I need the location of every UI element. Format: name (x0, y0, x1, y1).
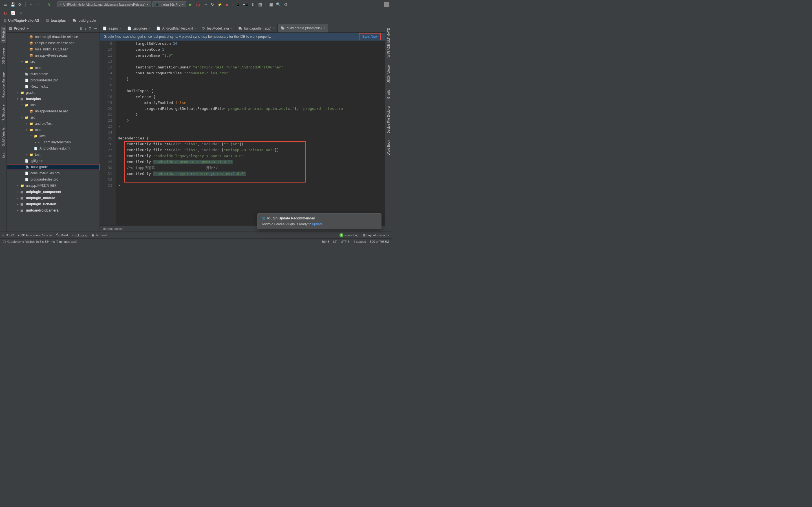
build-icon[interactable]: ⤋ (46, 1, 52, 8)
tree-item-src[interactable]: ▾📁src (7, 59, 100, 65)
tree-item-androidmanifest-xml[interactable]: 📄AndroidManifest.xml (7, 145, 100, 152)
tree-item-android-gif-drawable-release[interactable]: 📦android-gif-drawable-release (7, 34, 100, 40)
save-icon[interactable]: 💾 (10, 1, 16, 8)
debug-icon[interactable]: 🐞 (195, 1, 201, 8)
close-icon[interactable]: × (323, 26, 325, 30)
run-icon[interactable]: ▶ (188, 1, 194, 8)
rail-project[interactable]: 1: Project (1, 26, 6, 43)
capture-icon[interactable]: ▣ (268, 1, 274, 8)
event-log-button[interactable]: 1Event Log (340, 233, 359, 237)
tree-item--gitignore[interactable]: 📄.gitignore (7, 158, 100, 164)
rail-gradle[interactable]: Gradle (386, 88, 391, 101)
tree-item-test[interactable]: ▸📁test (7, 152, 100, 158)
sync-now-button[interactable]: Sync Now (359, 33, 381, 40)
tree-item-build-gradle[interactable]: 🐘build.gradle (7, 71, 100, 77)
close-icon[interactable]: × (231, 27, 232, 30)
rail-word-book[interactable]: Word Book (386, 138, 391, 157)
breadcrumb-project[interactable]: UniPlugin-Hello-AS (8, 18, 39, 22)
tree-item-src[interactable]: ▾📁src (7, 114, 100, 121)
sync-gradle-icon[interactable]: ⬇ (250, 1, 256, 8)
tree-item-consumer-rules-pro[interactable]: 📄consumer-rules.pro (7, 170, 100, 176)
rail-resource-manager[interactable]: Resource Manager (1, 69, 6, 100)
popup-title: Plugin Update Recommended (267, 216, 315, 221)
tree-item-lib-5plus-base-release-aar[interactable]: 📦lib.5plus.base-release.aar (7, 40, 100, 46)
close-icon[interactable]: × (195, 27, 196, 30)
chart-icon[interactable]: 📈 (10, 10, 16, 16)
tree-item-uniapp-v8-release-aar[interactable]: 📦uniapp-v8-release.aar (7, 52, 100, 59)
sync-icon[interactable]: ⟳ (17, 1, 23, 8)
breadcrumb-file[interactable]: build.gradle (79, 18, 96, 22)
db-console-button[interactable]: ▸DB Execution Console (18, 233, 52, 237)
tree-item-gradle[interactable]: ▸📁gradle (7, 90, 100, 96)
tree-item-proguard-rules-pro[interactable]: 📄proguard-rules.pro (7, 176, 100, 182)
tree-item-uniapp-v8-release-aar[interactable]: 📦uniapp-v8-release.aar (7, 108, 100, 114)
settings-icon[interactable]: ⚙ (89, 26, 92, 31)
structure-icon[interactable]: ▦ (257, 1, 263, 8)
tree-item-readme-txt[interactable]: 📄Readme.txt (7, 83, 100, 90)
run-config-select[interactable]: ≡ UniPlugin-Hello-AS:unitoandroidcamera … (57, 1, 151, 7)
tree-item-unitoandroidcamera[interactable]: ▸▦unitoandroidcamera (7, 207, 100, 214)
coverage-icon[interactable]: ⇢ (202, 1, 208, 8)
build-button[interactable]: 🔨Build (56, 233, 68, 237)
rail-db-browser[interactable]: DB Browser (1, 46, 6, 66)
target-icon[interactable]: ⊕ (80, 26, 82, 31)
rail-json-viewer[interactable]: JSON Viewer (386, 62, 391, 84)
todo-button[interactable]: ≡TODO (2, 233, 14, 237)
user-icon[interactable] (384, 2, 389, 7)
forward-icon[interactable]: → (35, 1, 42, 8)
tree-item-build-gradle[interactable]: 🐘build.gradle (7, 164, 100, 170)
close-icon[interactable]: × (119, 27, 121, 30)
tree-item-java[interactable]: ▾📁java (7, 133, 100, 139)
update-link[interactable]: update (312, 222, 322, 226)
stop-icon[interactable]: ■ (224, 1, 231, 8)
search-icon[interactable]: 🔍 (275, 1, 282, 8)
tree-item-toastplus[interactable]: ▾▦toastplus (7, 96, 100, 102)
logcat-button[interactable]: ≡6: Logcat (72, 233, 88, 237)
rail-structure[interactable]: 7: Structure (1, 103, 6, 122)
breadcrumb-module[interactable]: toastplus (51, 18, 66, 22)
hide-icon[interactable]: — (94, 26, 97, 31)
layout-inspector-button[interactable]: ▦Layout Inspector (363, 233, 389, 237)
indent[interactable]: 4 spaces (354, 240, 366, 243)
memory[interactable]: 500 of 7933M (370, 240, 389, 243)
project-tree[interactable]: 📦android-gif-drawable-release📦lib.5plus.… (7, 33, 100, 231)
rail-build-variants[interactable]: Build Variants (1, 126, 6, 148)
tree-item-uniplugin-richalert[interactable]: ▸▦uniplugin_richalert (7, 201, 100, 207)
device-select[interactable]: 📱 meizu 16s Pro ▾ (152, 1, 186, 7)
sdk-icon[interactable]: 📲 (243, 1, 249, 8)
profile-icon[interactable]: ↻ (209, 1, 216, 8)
avd-icon[interactable]: 📱 (235, 1, 241, 8)
back-icon[interactable]: ← (28, 1, 34, 8)
tree-item-com-lmy-toastplus[interactable]: ▸▫com.lmy.toastplus (7, 139, 100, 145)
rail-device-explorer[interactable]: Device File Explorer (386, 104, 391, 135)
code-editor[interactable]: 9101112131415161718192021222324252627282… (100, 41, 385, 225)
block-icon[interactable]: ⊘ (18, 10, 24, 16)
tree-item-uniplugin-module[interactable]: ▸▦uniplugin_module (7, 195, 100, 201)
line-ending[interactable]: LF (333, 240, 337, 243)
tab-testmodel-java[interactable]: ©TestModel.java× (199, 24, 236, 33)
close-icon[interactable]: × (273, 27, 274, 30)
rail-wifi-adb[interactable]: WIFI ADB ULTIMATE (386, 26, 391, 59)
tree-item-proguard-rules-pro[interactable]: 📄proguard-rules.pro (7, 77, 100, 83)
tab-build-gradle---app-[interactable]: 🐘build.gradle (:app)× (236, 24, 278, 33)
tree-item-uniapp------[interactable]: ▸📁uniapp示例工程源码 (7, 182, 100, 189)
bottom-tool-bar: ≡TODO ▸DB Execution Console 🔨Build ≡6: L… (0, 231, 392, 238)
tree-item-msa-mdid-1-0-13-aar[interactable]: 📦msa_mdid_1.0.13.aar (7, 46, 100, 52)
tab-es-pro[interactable]: 📄es.pro× (100, 24, 124, 33)
tree-item-uniplugin-component[interactable]: ▸▦uniplugin_component (7, 189, 100, 195)
open-icon[interactable]: ▭ (2, 1, 8, 8)
close-icon[interactable]: × (149, 27, 151, 30)
tab-androidmanifest-xml[interactable]: 📄AndroidManifest.xml× (153, 24, 199, 33)
attach-icon[interactable]: ⚡ (217, 1, 223, 8)
translate-icon[interactable]: G (283, 1, 289, 8)
terminal-button[interactable]: ▣Terminal (91, 233, 107, 237)
tab-build-gradle---toastplus-[interactable]: 🐘build.gradle (:toastplus)× (278, 24, 328, 33)
tree-item-main[interactable]: ▸📁main (7, 65, 100, 71)
rail-favorites[interactable]: ites (1, 151, 6, 159)
encoding[interactable]: UTF-8 (341, 240, 350, 243)
tree-item-androidtest[interactable]: ▸📁androidTest (7, 121, 100, 127)
tree-item-libs[interactable]: ▾📁libs (7, 102, 100, 108)
tab--gitignore[interactable]: 📄.gitignore× (124, 24, 153, 33)
collapse-icon[interactable]: ↕ (85, 26, 86, 31)
tree-item-main[interactable]: ▾📁main (7, 127, 100, 133)
